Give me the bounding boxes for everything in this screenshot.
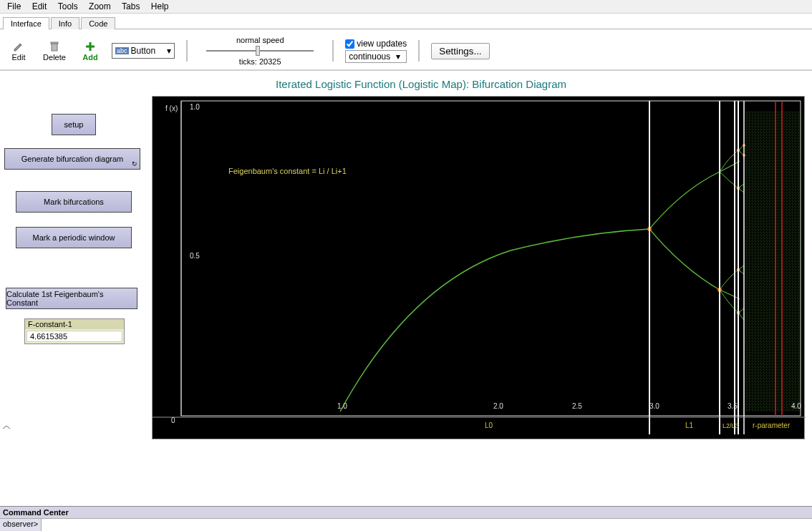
observer-input[interactable] bbox=[42, 519, 812, 531]
settings-button[interactable]: Settings... bbox=[431, 43, 489, 59]
menu-tools[interactable]: Tools bbox=[54, 0, 82, 13]
separator bbox=[418, 40, 420, 62]
svg-rect-1 bbox=[51, 42, 58, 44]
observer-line: observer> bbox=[0, 518, 812, 531]
monitor-title: F-constant-1 bbox=[25, 319, 124, 329]
svg-text:2.5: 2.5 bbox=[572, 402, 582, 410]
svg-text:1.0: 1.0 bbox=[337, 402, 347, 410]
tab-code[interactable]: Code bbox=[81, 17, 115, 29]
observer-prompt: observer> bbox=[0, 519, 42, 531]
speed-block: normal speed ticks: 20325 bbox=[199, 36, 321, 66]
plus-icon bbox=[84, 40, 96, 53]
svg-text:Feigenbaum's constant = Li / L: Feigenbaum's constant = Li / Li+1 bbox=[228, 167, 347, 175]
svg-text:2.0: 2.0 bbox=[493, 402, 503, 410]
svg-rect-3 bbox=[745, 111, 801, 411]
bifurcation-plot: f (x) 1.0 0.5 0 1.0 2.0 2.5 3.0 3.5 4.0 … bbox=[152, 96, 805, 439]
f-constant-monitor: F-constant-1 4.6615385 bbox=[24, 318, 125, 344]
svg-text:1.0: 1.0 bbox=[190, 103, 200, 111]
chevron-down-icon: ▾ bbox=[396, 52, 400, 62]
svg-text:3.0: 3.0 bbox=[649, 402, 659, 410]
mark-bifurcations-button[interactable]: Mark bifurcations bbox=[16, 191, 132, 213]
tab-info[interactable]: Info bbox=[51, 17, 79, 29]
tick-counter: ticks: 20325 bbox=[239, 57, 281, 66]
svg-text:0: 0 bbox=[171, 416, 175, 424]
tab-interface[interactable]: Interface bbox=[3, 17, 49, 29]
menu-file[interactable]: File bbox=[3, 0, 25, 13]
update-mode-select[interactable]: continuous ▾ bbox=[345, 50, 407, 63]
toolbar: Edit Delete Add abc Button ▾ normal spee… bbox=[0, 29, 812, 71]
menu-tabs[interactable]: Tabs bbox=[117, 0, 144, 13]
chart-title: Iterated Logistic Function (Logistic Map… bbox=[276, 78, 566, 90]
workspace: Iterated Logistic Function (Logistic Map… bbox=[0, 71, 812, 472]
monitor-value: 4.6615385 bbox=[26, 331, 122, 342]
toolbar-add-button[interactable]: Add bbox=[76, 40, 105, 62]
setup-button[interactable]: setup bbox=[52, 114, 96, 135]
toolbar-delete-button[interactable]: Delete bbox=[40, 40, 69, 62]
toolbar-edit-button[interactable]: Edit bbox=[4, 40, 33, 62]
separator bbox=[186, 40, 188, 62]
speed-label: normal speed bbox=[236, 36, 284, 44]
tabbar: Interface Info Code bbox=[0, 14, 812, 29]
menubar: File Edit Tools Zoom Tabs Help bbox=[0, 0, 812, 14]
view-updates-checkbox[interactable]: view updates bbox=[345, 39, 407, 49]
svg-text:f (x): f (x) bbox=[165, 104, 178, 112]
command-center-header: Command Center bbox=[0, 506, 812, 518]
svg-text:L1: L1 bbox=[685, 422, 694, 429]
command-center-grip-icon[interactable] bbox=[1, 424, 11, 430]
svg-text:4.0: 4.0 bbox=[791, 402, 801, 410]
svg-text:r-parameter: r-parameter bbox=[753, 422, 791, 429]
forever-arrows-icon: ↻ bbox=[132, 160, 137, 167]
pencil-icon bbox=[13, 40, 24, 53]
calculate-feigenbaum-button[interactable]: Calculate 1st Feigenbaum's Constant bbox=[6, 288, 137, 309]
svg-text:0.5: 0.5 bbox=[190, 252, 200, 260]
svg-text:L0: L0 bbox=[485, 422, 493, 429]
menu-edit[interactable]: Edit bbox=[28, 0, 52, 13]
generate-bifurcation-button[interactable]: Generate bifurcation diagram ↻ bbox=[4, 148, 140, 170]
updates-block: view updates continuous ▾ bbox=[345, 39, 407, 63]
element-type-select[interactable]: abc Button ▾ bbox=[112, 43, 175, 59]
svg-text:3.5: 3.5 bbox=[728, 402, 738, 410]
mark-periodic-window-button[interactable]: Mark a periodic window bbox=[16, 227, 132, 248]
separator bbox=[332, 40, 334, 62]
chevron-down-icon: ▾ bbox=[167, 46, 171, 56]
menu-zoom[interactable]: Zoom bbox=[84, 0, 115, 13]
trash-icon bbox=[49, 40, 60, 53]
menu-help[interactable]: Help bbox=[147, 0, 173, 13]
speed-slider[interactable] bbox=[206, 46, 314, 56]
button-glyph-icon: abc bbox=[115, 47, 129, 54]
svg-rect-0 bbox=[52, 44, 57, 51]
svg-text:L2/L3: L2/L3 bbox=[722, 422, 739, 429]
